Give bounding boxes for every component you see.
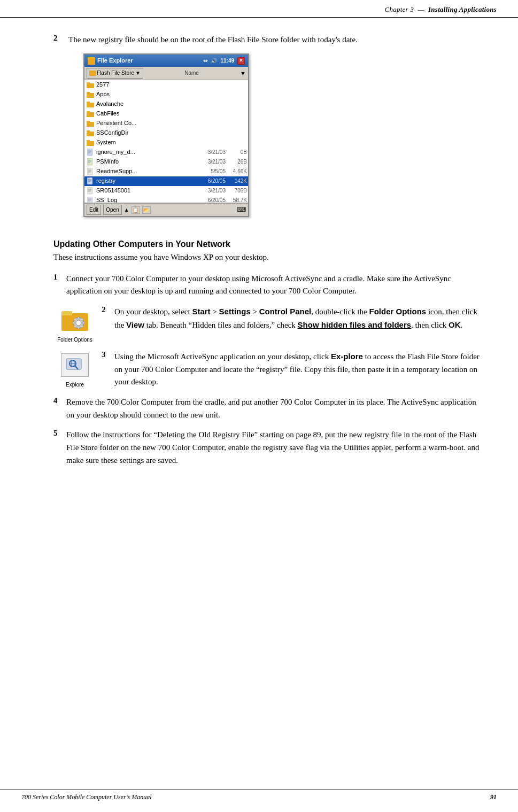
step-4: 4 Remove the 700 Color Computer from the…	[53, 396, 486, 421]
fe-date-registry: 6/20/05	[198, 177, 226, 185]
bold-settings: Settings	[219, 307, 251, 316]
fe-open-btn[interactable]: Open	[103, 205, 121, 215]
fe-statusbar-left: Edit Open ▲ 📋 📂	[87, 205, 151, 215]
step-2-text: The new registry file should be on the r…	[68, 34, 486, 230]
fe-filename-avalanche: Avalanche	[96, 99, 247, 109]
folder-icon-avalanche	[87, 101, 94, 107]
svg-rect-46	[82, 322, 84, 324]
folder-options-label: Folder Options	[57, 337, 92, 343]
folder-options-icon-img	[59, 305, 91, 335]
svg-rect-28	[87, 177, 92, 184]
svg-rect-11	[87, 121, 90, 123]
folder-icon-ssconfigdir	[87, 130, 94, 136]
fe-filename-ssconfigdir: SSConfigDir	[96, 128, 247, 137]
fe-icon2: 📂	[142, 206, 151, 214]
titlebar-right: ⇔ 🔊 11:49 ✕	[203, 57, 245, 65]
fe-row-psminfo: PSMInfo 3/21/03 26B	[84, 157, 248, 167]
svg-rect-15	[87, 140, 90, 142]
fe-row-apps: Apps	[84, 90, 248, 99]
fe-filename-2577: 2577	[96, 80, 247, 89]
fe-filename-system: System	[96, 138, 247, 147]
header-chapter: Chapter	[384, 5, 408, 13]
file-icon-psminfo	[87, 158, 94, 166]
bold-explore: Ex-plore	[331, 352, 363, 361]
step-4-num: 4	[53, 396, 66, 405]
file-icon-sr05	[87, 187, 94, 195]
fe-row-ssconfigdir: SSConfigDir	[84, 128, 248, 138]
file-icon-registry	[87, 177, 94, 185]
svg-rect-50	[73, 322, 75, 324]
fe-row-ignore: ignore_my_d... 3/21/03 0B	[84, 148, 248, 157]
bold-folder-options: Folder Options	[369, 307, 427, 316]
fe-dropdown-arrow: ▼	[135, 69, 141, 78]
file-explorer-screenshot: File Explorer ⇔ 🔊 11:49 ✕	[83, 53, 249, 217]
bold-control-panel: Control Panel	[259, 307, 312, 316]
file-explorer-window: File Explorer ⇔ 🔊 11:49 ✕	[83, 53, 249, 217]
fe-close-button[interactable]: ✕	[237, 57, 245, 65]
fe-filename-apps: Apps	[96, 90, 247, 99]
step-3-num-content: 3 Using the Microsoft ActiveSync applica…	[102, 350, 486, 389]
fe-filename-registry: registry	[96, 176, 196, 185]
fe-filename-sr05: SR05145001	[96, 186, 196, 195]
fe-volume-icon: 🔊	[211, 57, 217, 65]
fe-name-col-label: Name	[184, 69, 199, 78]
svg-rect-41	[61, 311, 72, 315]
folder-icon-2577	[87, 82, 94, 88]
fe-date-sslog: 6/20/05	[198, 196, 226, 203]
fe-row-system: System	[84, 138, 248, 148]
fe-arrows-icon: ⇔	[203, 57, 207, 65]
fe-row-avalanche: Avalanche	[84, 99, 248, 109]
step-2-network: Folder Options 2 On your desktop, select…	[53, 305, 486, 343]
fe-date-sr05: 3/21/03	[198, 187, 226, 195]
fe-row-persistent: Persistent Co...	[84, 119, 248, 128]
step-1-content: Connect your 700 Color Computer to your …	[66, 273, 486, 298]
bold-show-hidden: Show hidden files and folders	[298, 320, 412, 329]
bold-start: Start	[192, 307, 210, 316]
fe-up-arrow-btn[interactable]: ▲	[124, 206, 129, 214]
fe-row-2577: 2577	[84, 80, 248, 90]
footer-page-number: 91	[490, 793, 497, 801]
fe-sort-arrow: ▼	[240, 69, 246, 78]
fe-title-text: File Explorer	[97, 56, 133, 65]
fe-time: 11:49	[220, 57, 234, 65]
header-text: Chapter 3 — Installing Applications	[384, 5, 497, 14]
fe-date-ignore: 3/21/03	[198, 148, 226, 157]
fe-toolbar-left: Flash File Store ▼	[87, 68, 143, 79]
file-icon-ignore	[87, 149, 94, 156]
fe-filename-cabfiles: CabFiles	[96, 109, 247, 118]
svg-rect-5	[87, 92, 90, 94]
fe-location-dropdown[interactable]: Flash File Store ▼	[87, 68, 143, 79]
svg-rect-1	[89, 57, 92, 59]
fe-folder-name: Flash File Store	[97, 69, 134, 78]
fe-icon1: 📋	[132, 206, 140, 214]
step-1: 1 Connect your 700 Color Computer to you…	[53, 273, 486, 298]
section-heading: Updating Other Computers in Your Network	[53, 239, 486, 249]
step-5-num: 5	[53, 429, 66, 438]
step-5-content: Follow the instructions for “Deleting th…	[66, 429, 486, 467]
fe-app-icon	[88, 57, 95, 65]
step-2-num: 2	[102, 305, 114, 314]
svg-rect-24	[87, 168, 92, 175]
header-chapter-num: 3	[410, 5, 414, 13]
file-icon-sslog	[87, 197, 94, 203]
fe-date-readme: 5/5/05	[198, 167, 226, 176]
step-5: 5 Follow the instructions for “Deleting …	[53, 429, 486, 467]
step-2-icon-col: Folder Options	[53, 305, 96, 343]
header-em-dash: —	[418, 5, 424, 13]
folder-icon-apps	[87, 91, 94, 98]
bold-ok: OK	[449, 320, 461, 329]
file-explorer-titlebar: File Explorer ⇔ 🔊 11:49 ✕	[84, 55, 248, 67]
svg-rect-44	[78, 317, 80, 319]
explore-label: Explore	[66, 382, 84, 388]
fe-date-psminfo: 3/21/03	[198, 158, 226, 166]
folder-icon-cabfiles	[87, 111, 94, 117]
fe-filename-persistent: Persistent Co...	[96, 119, 247, 128]
explore-icon-img	[59, 350, 91, 380]
page-header: Chapter 3 — Installing Applications	[0, 0, 518, 18]
svg-rect-48	[78, 327, 80, 329]
step-3-icon-col: Explore	[53, 350, 96, 388]
header-title: Installing Applications	[428, 5, 497, 13]
fe-edit-btn[interactable]: Edit	[87, 205, 101, 215]
page-footer: 700 Series Color Mobile Computer User’s …	[0, 790, 518, 801]
svg-point-43	[76, 320, 81, 326]
